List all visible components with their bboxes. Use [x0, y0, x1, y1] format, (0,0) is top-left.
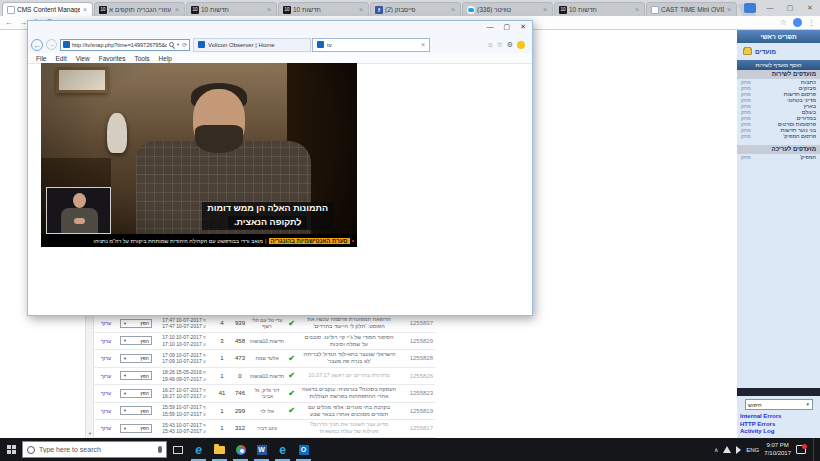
article-title[interactable]: מהדורת צהריים יום ראשון 10.07.17: [299, 372, 399, 379]
sidebar-search-box[interactable]: ▼ חיפוש: [745, 399, 813, 410]
menu-item[interactable]: Edit: [55, 55, 66, 62]
language-indicator[interactable]: ENG: [746, 447, 759, 453]
article-title[interactable]: הרופאה המפוטרת פרסמה עכשיו את הפוסט: 'חל…: [299, 316, 399, 330]
minimize-button[interactable]: —: [760, 4, 780, 11]
distribute-select[interactable]: הפץ ▼: [120, 371, 152, 380]
refresh-icon[interactable]: ⟳: [182, 41, 187, 48]
maximize-button[interactable]: ▢: [504, 23, 511, 31]
task-view-button[interactable]: [167, 438, 188, 461]
scrollbar-down-arrow[interactable]: ▼: [86, 430, 94, 438]
video-player[interactable]: התמונות האלה הן ממש דומות לתקופה הנאצית.…: [41, 63, 357, 247]
table-row[interactable]: 1255823 העסקה בסכנה? בגרמניה: עוקבים בדא…: [94, 385, 435, 403]
network-icon[interactable]: [723, 446, 731, 453]
ie-titlebar[interactable]: — ▢ ✕: [28, 21, 532, 36]
browser-tab[interactable]: עוזרי הגבריה תוקפים א… ×: [94, 2, 185, 16]
microphone-icon[interactable]: [158, 446, 162, 453]
profile-avatar[interactable]: [793, 18, 802, 27]
action-center-icon[interactable]: [796, 445, 806, 454]
table-row[interactable]: 1255837 הרופאה המפוטרת פרסמה עכשיו את הפ…: [94, 315, 435, 333]
back-icon[interactable]: ←: [31, 39, 43, 51]
search-icon[interactable]: [169, 42, 174, 47]
clock[interactable]: 9:07 PM 7/10/2017: [764, 442, 791, 458]
article-id[interactable]: 1255823: [399, 390, 435, 396]
chevron-down-icon[interactable]: ▼: [176, 42, 180, 47]
edit-link[interactable]: ערוך: [94, 320, 118, 326]
browser-tab[interactable]: חדשות 10 ×: [186, 2, 277, 16]
volume-icon[interactable]: [736, 446, 741, 454]
distribute-select[interactable]: הפץ ▼: [120, 389, 152, 398]
table-row[interactable]: 1255826 מהדורת צהריים יום ראשון 10.07.17…: [94, 368, 435, 386]
menu-item[interactable]: File: [36, 55, 46, 62]
browser-tab[interactable]: פייסבוק (2) ×: [370, 2, 461, 16]
table-row[interactable]: 1255819 בקרבת בתי מגורים: אלפי מכלים עם …: [94, 403, 435, 421]
favorites-star-icon[interactable]: ☆: [496, 41, 502, 49]
table-row[interactable]: 1255828 הישראלי שנעצר בתאילנד הגדול לברי…: [94, 350, 435, 368]
tab-close-icon[interactable]: ×: [634, 6, 640, 13]
sidebar-item-delete-link[interactable]: מחק: [741, 154, 751, 160]
taskbar-chrome[interactable]: [230, 438, 251, 461]
menu-item[interactable]: Favorites: [99, 55, 126, 62]
table-row[interactable]: 1255829 הסיפור הסודי של ג'יי קיי רולינג:…: [94, 333, 435, 351]
forward-icon[interactable]: →: [19, 18, 27, 27]
distribute-select[interactable]: הפץ ▼: [120, 319, 152, 328]
distribute-select[interactable]: הפץ ▼: [120, 336, 152, 345]
browser-tab[interactable]: טוויטר (336) ×: [462, 2, 553, 16]
distribute-select[interactable]: הפץ ▼: [120, 406, 152, 415]
menu-item[interactable]: View: [76, 55, 90, 62]
browser-tab[interactable]: חדשות 10 ×: [278, 2, 369, 16]
browser-tab[interactable]: CAST TIME Mini OVIDIU… ×: [646, 2, 737, 16]
taskbar-search-box[interactable]: Type here to search: [22, 441, 167, 458]
table-row[interactable]: 1255817 מדוע עצר השוטר את חניך הדרום? פע…: [94, 420, 435, 438]
app-icon[interactable]: [744, 3, 756, 13]
hidden-icons-chevron[interactable]: ∧: [714, 446, 718, 453]
chrome-menu-icon[interactable]: ⋮: [808, 19, 815, 27]
close-button[interactable]: ✕: [520, 23, 526, 31]
back-icon[interactable]: ←: [5, 18, 13, 27]
article-id[interactable]: 1255828: [399, 355, 435, 361]
taskbar-internet-explorer[interactable]: e: [272, 438, 293, 461]
admin-link[interactable]: Internal Errors: [740, 413, 781, 421]
article-id[interactable]: 1255837: [399, 320, 435, 326]
edit-link[interactable]: ערוך: [94, 425, 118, 431]
sidebar-folder-link[interactable]: מועדים: [737, 43, 820, 58]
ie-tab[interactable]: tv ×: [312, 38, 430, 52]
edit-link[interactable]: ערוך: [94, 338, 118, 344]
taskbar-word[interactable]: W: [251, 438, 272, 461]
menu-item[interactable]: Tools: [134, 55, 149, 62]
ie-address-bar[interactable]: http://tv/snap.php?time=1499726795&ch ▼ …: [60, 39, 190, 51]
gear-icon[interactable]: ⚙: [507, 41, 513, 49]
article-id[interactable]: 1255819: [399, 408, 435, 414]
article-title[interactable]: הסיפור הסודי של ג'יי קיי רולינג: סובבים …: [299, 334, 399, 348]
menu-item[interactable]: Help: [159, 55, 172, 62]
minimize-button[interactable]: —: [487, 23, 494, 31]
article-title[interactable]: מדוע עצר השוטר את חניך הדרום? פעילות של …: [299, 421, 399, 435]
article-title[interactable]: העסקה בסכנה? בגרמניה: עוקבים בדאגה אחרי …: [299, 386, 399, 400]
edit-link[interactable]: ערוך: [94, 373, 118, 379]
article-id[interactable]: 1255829: [399, 338, 435, 344]
feedback-smiley-icon[interactable]: [517, 41, 525, 49]
sidebar-item-delete-link[interactable]: מחק: [741, 133, 751, 139]
sidebar-add-bar[interactable]: הוסף מועדף לשירות: [737, 60, 820, 70]
ie-tab[interactable]: Volicon Observer | Home: [193, 38, 311, 52]
maximize-button[interactable]: ▢: [780, 4, 800, 12]
forward-icon[interactable]: →: [46, 39, 57, 50]
edit-link[interactable]: ערוך: [94, 355, 118, 361]
home-icon[interactable]: ⌂: [488, 41, 492, 48]
close-button[interactable]: ✕: [800, 4, 820, 12]
tab-close-icon[interactable]: ×: [82, 6, 88, 13]
admin-link[interactable]: HTTP Errors: [740, 421, 781, 429]
admin-link[interactable]: Activity Log: [740, 428, 781, 436]
tab-close-icon[interactable]: ×: [174, 6, 180, 13]
tab-close-icon[interactable]: ×: [421, 41, 425, 48]
article-id[interactable]: 1255826: [399, 373, 435, 379]
tab-close-icon[interactable]: ×: [450, 6, 456, 13]
sidebar-item-label[interactable]: פרסום המפיק': [783, 133, 816, 139]
ie-window[interactable]: — ▢ ✕ ← → http://tv/snap.php?time=149972…: [27, 20, 533, 316]
browser-tab[interactable]: חדשות 10 ×: [554, 2, 645, 16]
taskbar-file-explorer[interactable]: [209, 438, 230, 461]
sidebar-item[interactable]: פרסום המפיק' מחק: [737, 133, 820, 139]
sidebar-item[interactable]: המפיק' מחק: [737, 154, 820, 160]
browser-tab[interactable]: CMS Content Manage… ×: [2, 2, 93, 16]
distribute-select[interactable]: הפץ ▼: [120, 354, 152, 363]
tab-close-icon[interactable]: ×: [266, 6, 272, 13]
